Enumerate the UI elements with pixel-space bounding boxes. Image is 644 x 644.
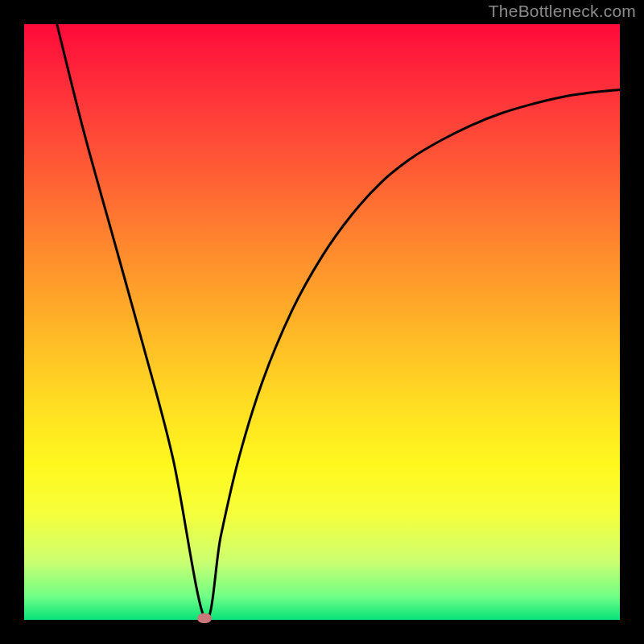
- curve-svg: [24, 24, 620, 620]
- bottleneck-curve: [57, 24, 620, 620]
- optimum-marker: [197, 613, 212, 623]
- plot-area: [24, 24, 620, 620]
- watermark-text: TheBottleneck.com: [489, 2, 636, 21]
- chart-frame: TheBottleneck.com: [0, 0, 644, 644]
